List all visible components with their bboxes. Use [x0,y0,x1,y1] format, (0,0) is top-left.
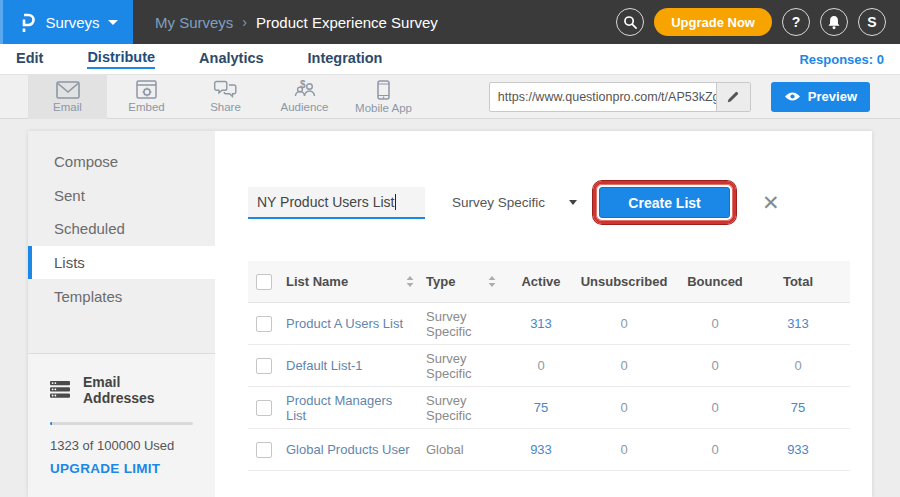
list-name-link[interactable]: Product Managers List [286,393,414,423]
toolbar-item-share[interactable]: Share [186,75,265,119]
bounced-count[interactable]: 0 [711,442,718,457]
toolbar-item-mobile-app[interactable]: Mobile App [344,75,423,119]
row-checkbox[interactable] [256,442,272,458]
share-icon [214,80,237,99]
list-name-link[interactable]: Product A Users List [286,316,403,331]
sidebar-item-templates[interactable]: Templates [28,279,215,313]
list-name-link[interactable]: Global Products User [286,442,410,457]
red-highlight-annotation: Create List [593,181,736,224]
top-header: Surveys My Surveys › Product Experience … [0,0,900,44]
unsubscribed-count[interactable]: 0 [620,442,627,457]
list-name-input[interactable]: NY Product Users List [248,187,425,219]
create-list-form: NY Product Users List Survey Specific Cr… [248,181,872,224]
usage-progress-fill [50,422,52,425]
row-checkbox[interactable] [256,316,272,332]
unsubscribed-count[interactable]: 0 [620,358,627,373]
column-list-name[interactable]: List Name [286,274,348,289]
search-button[interactable] [616,8,644,36]
email-sidebar: Compose Sent Scheduled Lists Templates [28,131,215,497]
surveys-menu[interactable]: Surveys [0,0,133,44]
active-count[interactable]: 0 [537,358,544,373]
column-active: Active [521,274,560,289]
eye-icon [784,91,801,102]
unsubscribed-count[interactable]: 0 [620,316,627,331]
tab-edit[interactable]: Edit [16,50,43,68]
notifications-button[interactable] [820,8,848,36]
unsubscribed-count[interactable]: 0 [620,400,627,415]
total-count[interactable]: 933 [787,442,809,457]
list-type-select[interactable]: Survey Specific [452,195,577,210]
toolbar-right: https://www.questionpro.com/t/AP53kZgfo … [489,82,900,112]
sidebar-item-lists[interactable]: Lists [28,246,215,280]
audience-icon: $ [293,80,316,99]
sidebar-item-sent[interactable]: Sent [28,179,215,213]
list-name-link[interactable]: Default List-1 [286,358,363,373]
sidebar-item-label: Scheduled [54,220,125,237]
create-list-button[interactable]: Create List [599,187,730,218]
svg-text:$: $ [300,80,306,90]
toolbar-item-audience[interactable]: $ Audience [265,75,344,119]
usage-text: 1323 of 100000 Used [50,438,193,453]
email-addresses-section: Email Addresses 1323 of 100000 Used UPGR… [28,353,215,497]
chevron-down-icon [108,20,118,25]
sidebar-item-scheduled[interactable]: Scheduled [28,212,215,246]
table-row: Product A Users List Survey Specific 313… [248,303,850,345]
active-count[interactable]: 933 [530,442,552,457]
lists-card: Compose Sent Scheduled Lists Templates [28,131,872,497]
breadcrumb-my-surveys[interactable]: My Surveys [155,14,233,31]
mobile-app-icon [377,80,390,100]
sidebar-item-label: Lists [54,254,85,271]
help-button[interactable]: ? [782,8,810,36]
row-checkbox[interactable] [256,358,272,374]
lists-main-panel: NY Product Users List Survey Specific Cr… [215,131,872,497]
tab-integration[interactable]: Integration [308,50,383,68]
bounced-count[interactable]: 0 [711,400,718,415]
header-actions: Upgrade Now ? S [616,8,900,36]
preview-button[interactable]: Preview [771,82,870,112]
toolbar-label: Email [53,101,82,113]
account-avatar[interactable]: S [858,8,886,36]
sidebar-item-label: Sent [54,187,85,204]
total-count[interactable]: 313 [787,316,809,331]
table-row: Product Managers List Survey Specific 75… [248,387,850,429]
active-count[interactable]: 75 [534,400,548,415]
survey-url-input[interactable]: https://www.questionpro.com/t/AP53kZgfo [490,83,716,111]
sort-icon[interactable] [406,276,414,287]
text-cursor [395,194,396,210]
bounced-count[interactable]: 0 [711,358,718,373]
sidebar-item-compose[interactable]: Compose [28,145,215,179]
upgrade-limit-link[interactable]: UPGRADE LIMIT [50,461,160,476]
breadcrumb: My Surveys › Product Experience Survey [155,14,438,31]
email-icon [56,81,80,99]
active-count[interactable]: 313 [530,316,552,331]
distribute-toolbar: Email Embed Share $ [0,74,900,119]
tab-distribute[interactable]: Distribute [87,49,155,69]
list-type: Global [426,442,464,457]
tab-analytics[interactable]: Analytics [199,50,263,68]
bounced-count[interactable]: 0 [711,316,718,331]
total-count[interactable]: 75 [791,400,805,415]
list-type: Survey Specific [426,309,496,339]
responses-count[interactable]: Responses: 0 [799,52,884,67]
toolbar-item-email[interactable]: Email [28,75,107,119]
toolbar-label: Mobile App [355,102,412,114]
upgrade-now-button[interactable]: Upgrade Now [654,8,772,36]
select-all-checkbox[interactable] [256,274,272,290]
sort-icon[interactable] [488,276,496,287]
preview-label: Preview [808,89,857,104]
edit-url-button[interactable] [716,83,750,111]
list-type: Survey Specific [426,393,496,423]
total-count[interactable]: 0 [794,358,801,373]
table-header-row: List Name Type Active Unsubscribed Bounc… [248,261,850,303]
table-body: Product A Users List Survey Specific 313… [248,303,850,471]
column-type[interactable]: Type [426,274,455,289]
toolbar-item-embed[interactable]: Embed [107,75,186,119]
address-list-icon [50,381,70,398]
avatar-initial: S [867,14,876,30]
column-bounced: Bounced [687,274,743,289]
close-icon[interactable]: ✕ [762,192,780,213]
row-checkbox[interactable] [256,400,272,416]
content-area: Compose Sent Scheduled Lists Templates [0,119,900,497]
question-mark-icon: ? [792,14,801,30]
lists-table: List Name Type Active Unsubscribed Bounc… [248,261,850,471]
